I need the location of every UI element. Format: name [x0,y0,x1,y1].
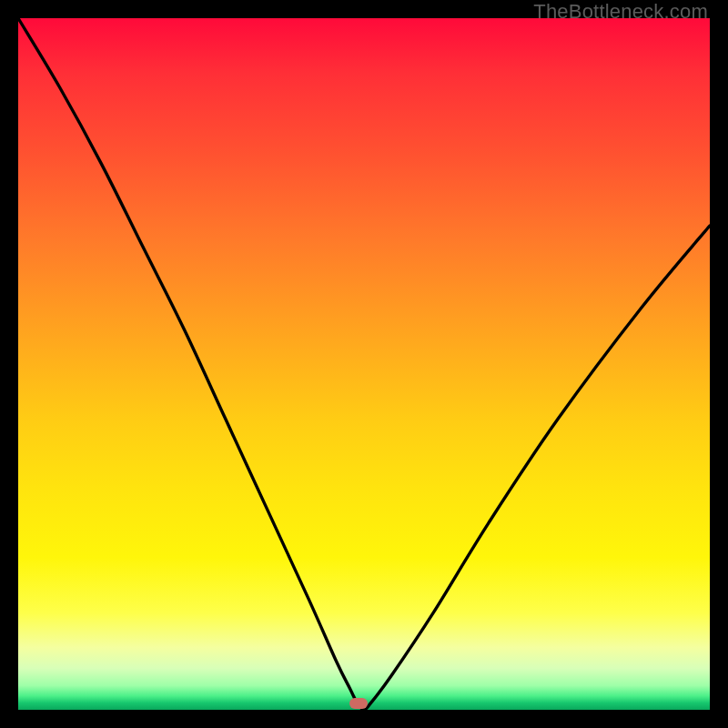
plot-area [18,18,710,710]
bottleneck-curve [18,18,710,710]
minimum-marker [349,698,368,709]
curve-path [18,18,710,710]
chart-frame: TheBottleneck.com [0,0,728,728]
